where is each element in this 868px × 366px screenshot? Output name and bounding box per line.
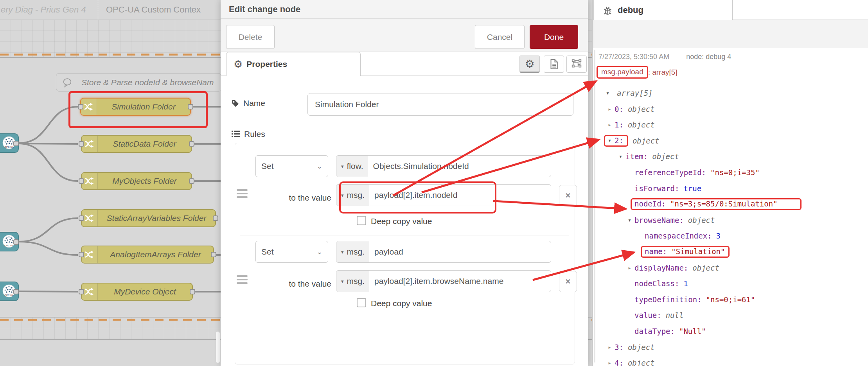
debug-tree-row[interactable]: ▾2:object xyxy=(608,133,660,149)
node-input-port[interactable] xyxy=(79,289,84,294)
flow-node-label: AnalogItemArrays Folder xyxy=(98,250,213,259)
rule2-value-field[interactable]: ▾ msg. payload[2].item.browseName.name xyxy=(336,270,551,292)
tree-toggle-icon[interactable]: ▸ xyxy=(608,121,615,128)
tree-toggle-icon[interactable]: ▸ xyxy=(608,106,615,113)
rule2-value-type[interactable]: ▾ msg. xyxy=(336,271,369,292)
node-input-port[interactable] xyxy=(79,252,84,257)
rule2-delete-button[interactable]: × xyxy=(559,271,577,292)
node-output-port[interactable] xyxy=(189,178,194,184)
wire[interactable] xyxy=(19,144,78,181)
tree-toggle-icon[interactable]: ▾ xyxy=(628,217,634,224)
rule2-target-field[interactable]: ▾ msg. payload xyxy=(336,241,551,263)
node-output-port[interactable] xyxy=(13,239,19,245)
debug-message-list[interactable]: 7/27/2023, 5:30:50 AM node: debug 4 msg.… xyxy=(593,48,868,366)
debug-tree-row[interactable]: name:"Simulation" xyxy=(645,244,730,260)
debug-tree-row[interactable]: referenceTypeId:"ns=0;i=35" xyxy=(634,165,760,180)
debug-tree-row[interactable]: ▾browseName:object xyxy=(628,212,715,228)
flow-node-change[interactable]: AnalogItemArrays Folder xyxy=(81,246,214,264)
wire[interactable] xyxy=(19,242,78,255)
debug-tree-row[interactable]: ▸3:object xyxy=(608,339,655,355)
done-button[interactable]: Done xyxy=(530,25,578,49)
rule1-target-field[interactable]: ▾ flow. Objects.Simulation.nodeId xyxy=(336,155,551,177)
rule1-target-prefix: flow. xyxy=(347,161,363,171)
canvas-scrollbar-thumb[interactable] xyxy=(216,332,220,363)
wire[interactable] xyxy=(19,218,78,242)
tab-debug[interactable]: debug xyxy=(593,0,733,20)
debug-tree-row[interactable]: namespaceIndex:3 xyxy=(645,228,721,244)
tree-key: 1: xyxy=(615,120,624,129)
debug-tree-row[interactable]: ▾array[5] xyxy=(606,85,653,101)
node-output-port[interactable] xyxy=(213,215,218,221)
debug-tree-row[interactable]: ▸1:object xyxy=(608,117,655,133)
opcua-node[interactable]: OPC UA xyxy=(0,133,19,153)
rule1-delete-button[interactable]: × xyxy=(559,185,577,206)
tree-toggle-icon[interactable]: ▸ xyxy=(608,344,615,351)
dialog-header: Edit change node xyxy=(221,0,588,19)
rule1-target-type[interactable]: ▾ flow. xyxy=(336,156,368,177)
rule1-value-value: payload[2].item.nodeId xyxy=(369,185,457,206)
rule2-drag-handle[interactable] xyxy=(237,275,248,284)
rule1-value-field[interactable]: ▾ msg. payload[2].item.nodeId xyxy=(336,184,551,206)
annotation-box-tree-key: ▾2: xyxy=(604,135,628,147)
node-output-port[interactable] xyxy=(13,141,19,146)
debug-tree-row[interactable]: value:null xyxy=(634,307,683,323)
tree-toggle-icon[interactable]: ▾ xyxy=(608,137,615,144)
debug-tree-row[interactable]: dataType:"Null" xyxy=(634,323,706,339)
tree-toggle-icon[interactable]: ▾ xyxy=(606,90,613,97)
tree-toggle-icon[interactable]: ▸ xyxy=(608,359,615,366)
debug-tree-row[interactable]: ▾item:object xyxy=(619,149,679,164)
comment-node[interactable]: Store & Parse nodeId & browseNam xyxy=(56,73,221,92)
wire[interactable] xyxy=(19,144,78,144)
tree-key: name: xyxy=(645,247,667,256)
tree-key: dataType: xyxy=(634,327,675,336)
tree-value: object xyxy=(628,359,655,366)
opcua-node[interactable]: OPC UA xyxy=(0,282,19,301)
node-input-port[interactable] xyxy=(79,215,84,221)
rule1-action-select[interactable]: Set ⌄ xyxy=(255,155,328,177)
rule2-value-prefix: msg. xyxy=(347,276,365,286)
rule1-deep-copy-checkbox[interactable] xyxy=(357,216,366,225)
node-input-port[interactable] xyxy=(79,141,84,147)
group-selection-icon xyxy=(571,58,582,70)
wire[interactable] xyxy=(19,107,78,143)
debug-tree-row[interactable]: isForward:true xyxy=(634,181,701,196)
rule2-target-prefix: msg. xyxy=(347,247,365,257)
appearance-view-button[interactable] xyxy=(566,56,587,73)
flow-node-change[interactable]: StaticArrayVariables Folder xyxy=(81,209,216,227)
node-input-port[interactable] xyxy=(78,104,83,109)
node-output-port[interactable] xyxy=(189,141,194,147)
tree-toggle-icon[interactable]: ▾ xyxy=(619,153,625,160)
wire[interactable] xyxy=(19,291,78,292)
caret-down-icon: ▾ xyxy=(341,278,344,284)
rule2-target-type[interactable]: ▾ msg. xyxy=(336,241,369,262)
rule2-action-select[interactable]: Set ⌄ xyxy=(255,241,328,263)
node-output-port[interactable] xyxy=(188,104,193,109)
delete-button[interactable]: Delete xyxy=(226,25,275,49)
cancel-button[interactable]: Cancel xyxy=(475,25,525,49)
debug-message-path: msg.payload : array[5] xyxy=(597,66,678,79)
rule2-deep-copy-checkbox[interactable] xyxy=(357,298,366,307)
flow-node-change[interactable]: StaticData Folder xyxy=(81,135,192,153)
flow-node-change[interactable]: MyObjects Folder xyxy=(81,172,192,190)
rule1-drag-handle[interactable] xyxy=(237,189,248,198)
properties-view-button[interactable]: ⚙ xyxy=(519,56,540,73)
flow-node-change[interactable]: MyDevice Object xyxy=(81,283,193,301)
node-output-port[interactable] xyxy=(13,289,19,294)
description-view-button[interactable] xyxy=(544,56,564,73)
opcua-node[interactable]: OPC UA xyxy=(0,232,19,251)
debug-tree-row[interactable]: ▸0:object xyxy=(608,101,655,117)
tree-toggle-icon[interactable]: ▸ xyxy=(628,264,634,271)
flow-node-change[interactable]: Simulation Folder xyxy=(80,98,191,116)
debug-tree-row[interactable]: nodeId:"ns=3;s=85/0:Simulation" xyxy=(634,196,802,212)
node-output-port[interactable] xyxy=(190,289,195,294)
node-input-port[interactable] xyxy=(79,178,84,184)
debug-tree-row[interactable]: nodeClass:1 xyxy=(634,276,688,291)
tab-properties[interactable]: ⚙ Properties xyxy=(226,52,361,76)
rule1-value-type[interactable]: ▾ msg. xyxy=(336,185,369,206)
node-output-port[interactable] xyxy=(211,252,216,257)
bug-icon xyxy=(602,5,613,16)
debug-tree-row[interactable]: ▸4:object xyxy=(608,355,655,366)
debug-tree-row[interactable]: ▸displayName:object xyxy=(628,260,719,276)
debug-tree-row[interactable]: typeDefinition:"ns=0;i=61" xyxy=(634,292,755,307)
name-input[interactable] xyxy=(307,93,573,116)
